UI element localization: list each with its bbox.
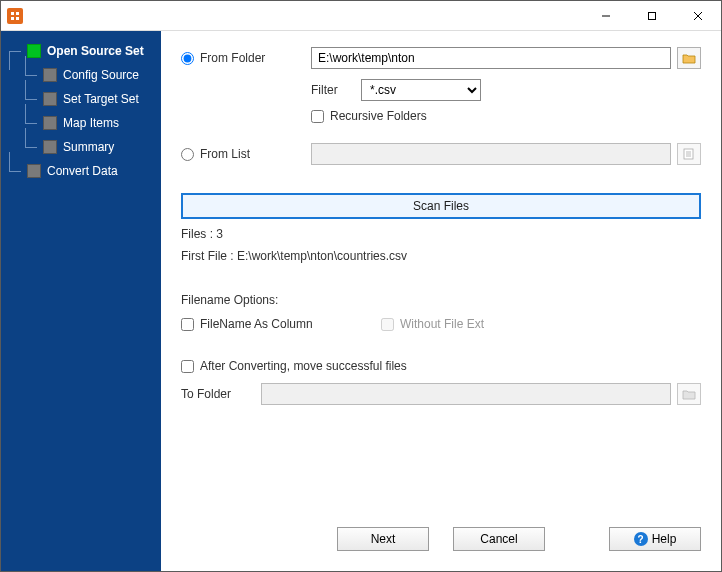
files-count-line: Files : 3 bbox=[181, 227, 701, 241]
cancel-button[interactable]: Cancel bbox=[453, 527, 545, 551]
svg-rect-0 bbox=[11, 12, 14, 15]
svg-rect-1 bbox=[16, 12, 19, 15]
button-bar: Next Cancel ? Help bbox=[181, 516, 701, 561]
help-icon: ? bbox=[634, 532, 648, 546]
app-window: Open Source Set Config Source Set Target… bbox=[0, 0, 722, 572]
without-ext-checkbox-label: Without File Ext bbox=[381, 317, 484, 331]
filter-select[interactable]: *.csv bbox=[361, 79, 481, 101]
help-label: Help bbox=[652, 532, 677, 546]
filename-options-label: Filename Options: bbox=[181, 293, 701, 307]
recursive-label: Recursive Folders bbox=[330, 109, 427, 123]
next-button[interactable]: Next bbox=[337, 527, 429, 551]
list-path-input bbox=[311, 143, 671, 165]
browse-list-button[interactable] bbox=[677, 143, 701, 165]
step-icon bbox=[27, 44, 41, 58]
without-ext-label: Without File Ext bbox=[400, 317, 484, 331]
without-ext-checkbox bbox=[381, 318, 394, 331]
svg-rect-5 bbox=[649, 12, 656, 19]
svg-rect-3 bbox=[16, 17, 19, 20]
after-convert-label: After Converting, move successful files bbox=[200, 359, 407, 373]
scan-files-button[interactable]: Scan Files bbox=[181, 193, 701, 219]
step-icon bbox=[43, 68, 57, 82]
to-folder-input bbox=[261, 383, 671, 405]
filename-as-column-checkbox[interactable] bbox=[181, 318, 194, 331]
step-icon bbox=[43, 92, 57, 106]
sidebar-item-label: Set Target Set bbox=[63, 92, 139, 106]
sidebar-item-label: Summary bbox=[63, 140, 114, 154]
from-folder-radio[interactable] bbox=[181, 52, 194, 65]
first-file-line: First File : E:\work\temp\nton\countries… bbox=[181, 249, 701, 263]
step-icon bbox=[27, 164, 41, 178]
from-list-radio[interactable] bbox=[181, 148, 194, 161]
from-folder-radio-label[interactable]: From Folder bbox=[181, 51, 265, 65]
sidebar-item-convert-data[interactable]: Convert Data bbox=[1, 159, 161, 183]
from-folder-label: From Folder bbox=[200, 51, 265, 65]
help-button[interactable]: ? Help bbox=[609, 527, 701, 551]
maximize-button[interactable] bbox=[629, 1, 675, 31]
app-icon bbox=[7, 8, 23, 24]
sidebar-item-label: Map Items bbox=[63, 116, 119, 130]
svg-rect-2 bbox=[11, 17, 14, 20]
filename-as-column-label: FileName As Column bbox=[200, 317, 313, 331]
minimize-button[interactable] bbox=[583, 1, 629, 31]
filename-as-column-checkbox-label[interactable]: FileName As Column bbox=[181, 317, 381, 331]
titlebar bbox=[1, 1, 721, 31]
browse-folder-button[interactable] bbox=[677, 47, 701, 69]
sidebar-item-summary[interactable]: Summary bbox=[1, 135, 161, 159]
after-convert-checkbox[interactable] bbox=[181, 360, 194, 373]
filter-label: Filter bbox=[311, 83, 361, 97]
main-panel: From Folder Filter *.csv bbox=[161, 31, 721, 571]
from-list-label: From List bbox=[200, 147, 250, 161]
wizard-sidebar: Open Source Set Config Source Set Target… bbox=[1, 31, 161, 571]
browse-to-folder-button[interactable] bbox=[677, 383, 701, 405]
sidebar-item-label: Open Source Set bbox=[47, 44, 144, 58]
after-convert-checkbox-label[interactable]: After Converting, move successful files bbox=[181, 359, 407, 373]
step-icon bbox=[43, 116, 57, 130]
sidebar-item-label: Config Source bbox=[63, 68, 139, 82]
recursive-checkbox-label[interactable]: Recursive Folders bbox=[311, 109, 427, 123]
to-folder-label: To Folder bbox=[181, 387, 261, 401]
from-list-radio-label[interactable]: From List bbox=[181, 147, 250, 161]
step-icon bbox=[43, 140, 57, 154]
close-button[interactable] bbox=[675, 1, 721, 31]
sidebar-item-label: Convert Data bbox=[47, 164, 118, 178]
recursive-checkbox[interactable] bbox=[311, 110, 324, 123]
folder-path-input[interactable] bbox=[311, 47, 671, 69]
